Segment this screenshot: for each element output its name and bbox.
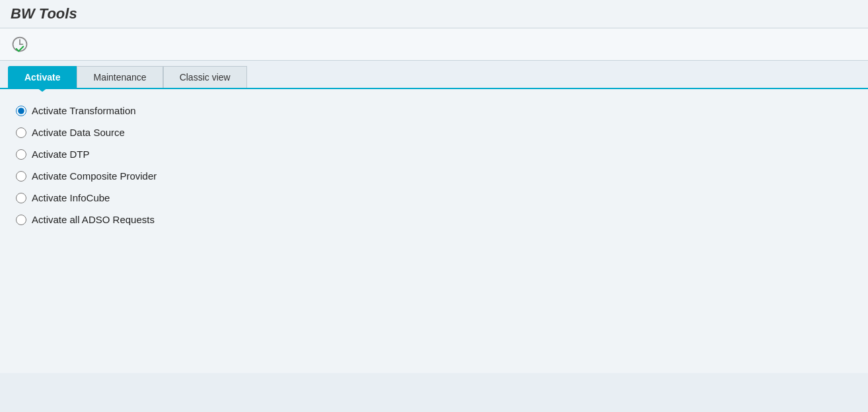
radio-item-adso[interactable]: Activate all ADSO Requests	[16, 214, 852, 225]
refresh-icon-button[interactable]	[8, 32, 32, 56]
radio-item-dtp[interactable]: Activate DTP	[16, 149, 852, 160]
radio-dtp[interactable]	[16, 149, 26, 160]
radio-composite[interactable]	[16, 171, 26, 182]
radio-item-infocube[interactable]: Activate InfoCube	[16, 192, 852, 203]
tab-classic-view[interactable]: Classic view	[163, 66, 247, 88]
radio-group: Activate Transformation Activate Data So…	[16, 105, 852, 225]
tab-activate[interactable]: Activate	[8, 66, 77, 88]
tab-maintenance[interactable]: Maintenance	[77, 66, 163, 88]
radio-infocube[interactable]	[16, 193, 26, 203]
tabs-container: Activate Maintenance Classic view	[0, 61, 868, 89]
radio-transformation[interactable]	[16, 106, 26, 116]
title-bar: BW Tools	[0, 0, 868, 28]
app-title: BW Tools	[11, 5, 857, 22]
radio-item-datasource[interactable]: Activate Data Source	[16, 127, 852, 138]
radio-adso[interactable]	[16, 215, 26, 225]
toolbar	[0, 28, 868, 61]
content-area: Activate Transformation Activate Data So…	[0, 89, 868, 373]
radio-datasource[interactable]	[16, 127, 26, 138]
radio-item-composite[interactable]: Activate Composite Provider	[16, 170, 852, 182]
radio-item-transformation[interactable]: Activate Transformation	[16, 105, 852, 116]
